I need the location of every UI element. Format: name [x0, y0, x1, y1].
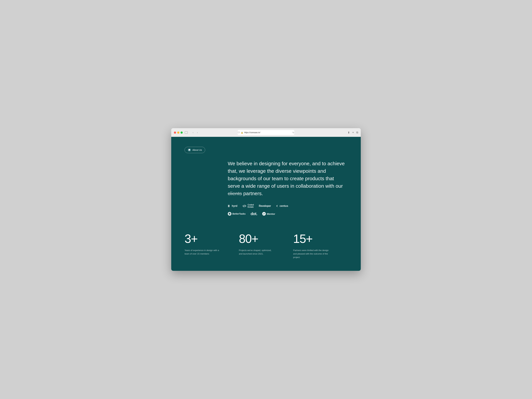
traffic-lights: [174, 132, 183, 134]
partners-row-2: BetterTasks dot. Mentor: [228, 211, 348, 216]
partner-centus: centus: [276, 204, 288, 208]
reveloper-label: Reveloper: [259, 204, 271, 208]
hyrd-label: hyrd: [232, 204, 237, 208]
bettertasks-svg: [228, 213, 231, 215]
coded-estate-text: Coded Estate: [247, 204, 254, 208]
stat-number-1: 80+: [239, 233, 287, 245]
partner-mentor: Mentor: [262, 212, 275, 216]
security-shield-icon: 🛡: [238, 131, 240, 134]
mentor-svg: [263, 213, 265, 215]
chat-icon-svg: [188, 149, 190, 151]
address-bar[interactable]: 🛡 🔒 https://cansaas.io/ ↻: [238, 130, 294, 135]
centus-label: centus: [280, 204, 288, 208]
mentor-icon: [262, 212, 266, 216]
partners-row-1: hyrd Coded Estate: [228, 204, 348, 208]
coded-estate-svg: [242, 204, 247, 208]
url-display: https://cansaas.io/: [244, 131, 260, 134]
nav-controls: ‹ ›: [192, 131, 199, 134]
forward-button[interactable]: ›: [196, 131, 199, 134]
stat-number-0: 3+: [184, 233, 232, 245]
svg-rect-2: [228, 206, 229, 206]
reload-button[interactable]: ↻: [292, 131, 294, 134]
minimize-button[interactable]: [177, 132, 179, 134]
stat-desc-1: Projects we've shaped, optimized, and la…: [239, 249, 275, 256]
browser-window: ‹ › 🛡 🔒 https://cansaas.io/ ↻ ⬆ + ⧉ Abou…: [171, 128, 361, 271]
stat-number-2: 15+: [293, 233, 341, 245]
stat-item-0: 3+ Years of experience in design with a …: [184, 233, 239, 259]
stat-item-2: 15+ Partners were thrilled with the desi…: [293, 233, 348, 259]
centus-svg: [276, 205, 279, 207]
centus-icon: [276, 205, 279, 207]
sidebar-toggle[interactable]: [185, 131, 188, 134]
coded-estate-icon: [242, 204, 247, 208]
browser-action-buttons: ⬆ + ⧉: [348, 131, 358, 134]
browser-chrome: ‹ › 🛡 🔒 https://cansaas.io/ ↻ ⬆ + ⧉: [171, 128, 361, 137]
back-button[interactable]: ‹: [192, 131, 194, 134]
right-column: We believe in designing for everyone, an…: [228, 160, 348, 219]
close-button[interactable]: [174, 132, 176, 134]
mentor-label: Mentor: [267, 212, 275, 215]
partner-hyrd: hyrd: [228, 204, 237, 208]
stat-desc-2: Partners were thrilled with the design a…: [293, 249, 330, 259]
partner-reveloper: Reveloper: [259, 204, 271, 208]
maximize-button[interactable]: [181, 132, 183, 134]
lock-icon: 🔒: [241, 132, 243, 134]
bettertasks-icon: [228, 212, 231, 216]
stat-item-1: 80+ Projects we've shaped, optimized, an…: [239, 233, 293, 259]
dot-label: dot.: [251, 211, 257, 216]
about-us-label: About Us: [192, 149, 202, 151]
partner-coded-estate: Coded Estate: [242, 204, 254, 208]
share-icon[interactable]: ⬆: [348, 131, 350, 134]
strikethrough-word: clients: [228, 191, 242, 196]
sidebar-icon[interactable]: ⧉: [356, 131, 358, 134]
bettertasks-label: BetterTasks: [232, 212, 246, 215]
headline-text: We believe in designing for everyone, an…: [228, 160, 348, 197]
hyrd-icon: [228, 204, 231, 208]
new-tab-icon[interactable]: +: [352, 131, 354, 134]
main-layout: We believe in designing for everyone, an…: [184, 160, 348, 219]
hyrd-logo-svg: [228, 204, 231, 208]
website-content: About Us We believe in designing for eve…: [171, 137, 361, 271]
stat-desc-0: Years of experience in design with a tea…: [184, 249, 221, 256]
stats-section: 3+ Years of experience in design with a …: [184, 229, 348, 259]
badge-chat-icon: [188, 148, 191, 152]
partner-dot: dot.: [251, 211, 257, 216]
about-us-badge[interactable]: About Us: [184, 147, 205, 153]
partner-bettertasks: BetterTasks: [228, 212, 246, 216]
